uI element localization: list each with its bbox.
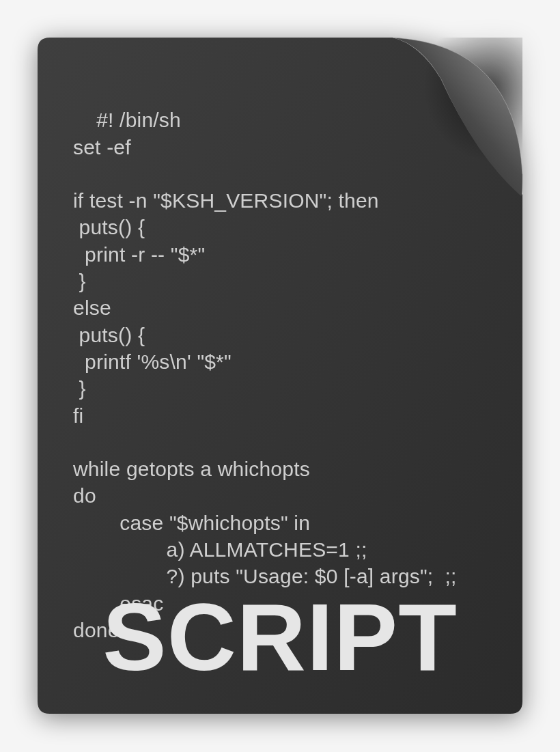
script-document-icon: #! /bin/sh set -ef if test -n "$KSH_VERS… [38, 38, 522, 714]
code-line: puts() { [73, 324, 145, 346]
file-type-label: SCRIPT [38, 589, 522, 685]
code-line: else [73, 296, 111, 319]
code-line: fi [73, 404, 83, 427]
code-line: #! /bin/sh [96, 109, 181, 131]
code-line: a) ALLMATCHES=1 ;; [73, 538, 367, 561]
code-line: printf '%s\n' "$*" [73, 350, 232, 373]
code-line: puts() { [73, 216, 145, 238]
code-line: } [73, 270, 86, 292]
code-line: set -ef [73, 136, 131, 158]
code-line: } [73, 377, 86, 400]
code-line: print -r -- "$*" [73, 243, 205, 266]
code-line: case "$whichopts" in [73, 512, 310, 534]
code-line: do [73, 484, 96, 507]
script-code-block: #! /bin/sh set -ef if test -n "$KSH_VERS… [73, 80, 457, 671]
code-line: if test -n "$KSH_VERSION"; then [73, 189, 379, 212]
code-line: while getopts a whichopts [73, 458, 310, 480]
